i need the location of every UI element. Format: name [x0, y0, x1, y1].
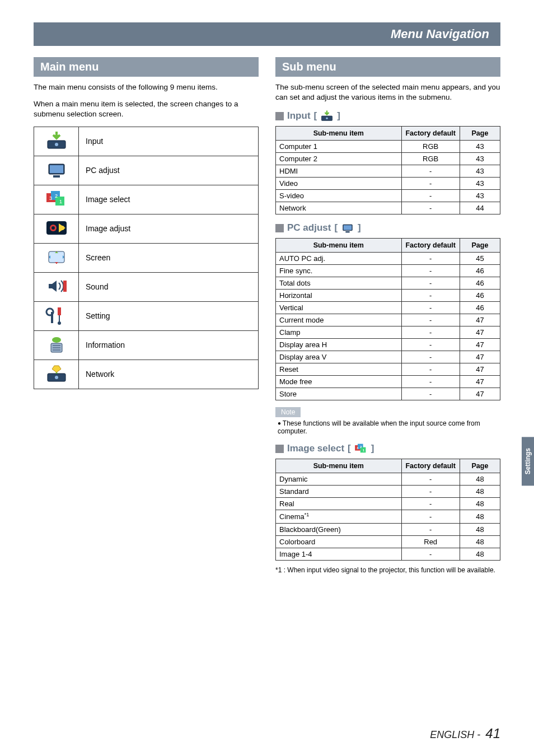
submenu-item: Network — [276, 202, 402, 214]
page-ref: 43 — [460, 178, 500, 190]
submenu-item: Clamp — [276, 326, 402, 339]
page-ref: 45 — [460, 253, 500, 265]
input-icon — [320, 110, 334, 122]
factory-default: - — [401, 339, 460, 351]
submenu-item: Fine sync. — [276, 265, 402, 277]
table-row: Computer 2RGB43 — [276, 153, 500, 165]
col-header: Sub-menu item — [276, 459, 402, 473]
page-ref: 43 — [460, 141, 500, 153]
pc-adjust-icon — [341, 222, 354, 234]
table-row: Vertical-46 — [276, 302, 500, 314]
col-header: Factory default — [401, 459, 460, 473]
setting-icon — [45, 305, 68, 325]
main-menu-label: Sound — [79, 272, 259, 301]
factory-default: - — [401, 277, 460, 290]
col-header: Page — [460, 459, 500, 473]
factory-default: - — [401, 202, 460, 214]
input-subheading-label: Input — [287, 110, 311, 122]
page-ref: 47 — [460, 314, 500, 326]
note-text: These functions will be available when t… — [278, 419, 500, 435]
factory-default: - — [401, 510, 460, 523]
main-menu-row: Image adjust — [34, 214, 259, 243]
page-ref: 47 — [460, 351, 500, 363]
submenu-item: Cinema*1 — [276, 510, 402, 523]
main-menu-row: Sound — [34, 272, 259, 301]
table-row: AUTO PC adj.-45 — [276, 253, 500, 265]
pc-adjust-table: Sub-menu item Factory default Page AUTO … — [275, 238, 500, 400]
factory-default: - — [401, 498, 460, 510]
screen-icon — [45, 247, 68, 267]
submenu-item: Computer 1 — [276, 141, 402, 153]
square-bullet-icon — [275, 445, 284, 453]
table-row: S-video-43 — [276, 190, 500, 202]
factory-default: - — [401, 190, 460, 202]
sound-icon — [45, 276, 68, 296]
table-row: Fine sync.-46 — [276, 265, 500, 277]
table-row: Total dots-46 — [276, 277, 500, 290]
table-row: Real-48 — [276, 498, 500, 510]
side-tab: Settings — [522, 437, 534, 486]
submenu-item: Current mode — [276, 314, 402, 326]
submenu-item: Real — [276, 498, 402, 510]
main-menu-intro-b: When a main menu item is selected, the s… — [34, 99, 259, 119]
page-ref: 48 — [460, 473, 500, 486]
page-ref: 47 — [460, 339, 500, 351]
submenu-item: Image 1-4 — [276, 548, 402, 560]
square-bullet-icon — [275, 224, 284, 232]
network-icon — [45, 363, 68, 384]
main-menu-label: Screen — [79, 243, 259, 272]
page-ref: 46 — [460, 277, 500, 290]
submenu-item: Colorboard — [276, 535, 402, 548]
footer-language: ENGLISH - — [430, 729, 480, 740]
page-ref: 44 — [460, 202, 500, 214]
table-row: Current mode-47 — [276, 314, 500, 326]
square-bullet-icon — [275, 112, 284, 120]
factory-default: - — [401, 486, 460, 498]
page-ref: 46 — [460, 265, 500, 277]
main-menu-row: Input — [34, 127, 259, 156]
col-header: Sub-menu item — [276, 239, 402, 253]
image-select-icon — [45, 189, 68, 209]
main-menu-intro-a: The main menu consists of the following … — [34, 82, 259, 92]
factory-default: - — [401, 363, 460, 376]
page-ref: 43 — [460, 165, 500, 178]
note-label: Note — [275, 407, 301, 417]
page-ref: 47 — [460, 363, 500, 376]
table-row: Cinema*1-48 — [276, 510, 500, 523]
main-menu-row: PC adjust — [34, 156, 259, 185]
factory-default: - — [401, 253, 460, 265]
col-header: Sub-menu item — [276, 127, 402, 141]
page-ref: 48 — [460, 486, 500, 498]
table-row: Computer 1RGB43 — [276, 141, 500, 153]
factory-default: Red — [401, 535, 460, 548]
page-ref: 43 — [460, 153, 500, 165]
input-table: Sub-menu item Factory default Page Compu… — [275, 126, 500, 214]
sub-menu-intro: The sub-menu screen of the selected main… — [275, 82, 500, 102]
image-select-table: Sub-menu item Factory default Page Dynam… — [275, 459, 500, 560]
page-ref: 48 — [460, 535, 500, 548]
submenu-item: Display area H — [276, 339, 402, 351]
page-ref: 48 — [460, 523, 500, 535]
main-menu-table: Input PC adjust Image select Image adjus… — [34, 127, 259, 389]
page-ref: 48 — [460, 510, 500, 523]
table-row: ColorboardRed48 — [276, 535, 500, 548]
page-ref: 47 — [460, 376, 500, 388]
factory-default: - — [401, 302, 460, 314]
submenu-item: Standard — [276, 486, 402, 498]
main-menu-row: Information — [34, 330, 259, 360]
main-menu-label: Image adjust — [79, 214, 259, 243]
col-header: Page — [460, 239, 500, 253]
submenu-item: Vertical — [276, 302, 402, 314]
right-column: Sub menu The sub-menu screen of the sele… — [275, 57, 500, 574]
submenu-item: Blackboard(Green) — [276, 523, 402, 535]
table-row: Clamp-47 — [276, 326, 500, 339]
submenu-item: Store — [276, 388, 402, 400]
col-header: Factory default — [401, 127, 460, 141]
submenu-item: Horizontal — [276, 290, 402, 302]
factory-default: RGB — [401, 153, 460, 165]
information-icon — [45, 334, 68, 354]
page-title: Menu Navigation — [391, 27, 489, 41]
factory-default: RGB — [401, 141, 460, 153]
submenu-item: HDMI — [276, 165, 402, 178]
page-ref: 46 — [460, 302, 500, 314]
